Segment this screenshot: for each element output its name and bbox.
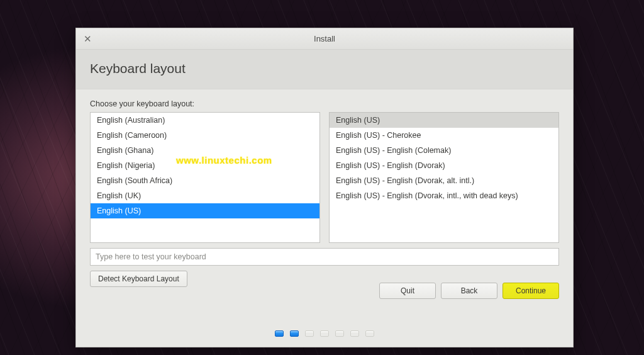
list-item[interactable]: English (UK) xyxy=(91,188,319,203)
nav-buttons: Quit Back Continue xyxy=(379,283,559,299)
progress-dot xyxy=(350,330,359,337)
back-button[interactable]: Back xyxy=(441,283,497,299)
list-item[interactable]: English (South Africa) xyxy=(91,173,319,188)
language-listbox[interactable]: English (Australian)English (Cameroon)En… xyxy=(90,112,320,243)
prompt-label: Choose your keyboard layout: xyxy=(90,99,559,108)
list-item[interactable]: English (Nigeria) xyxy=(91,158,319,173)
continue-button[interactable]: Continue xyxy=(502,283,559,299)
list-item[interactable]: English (Cameroon) xyxy=(91,128,319,143)
detect-keyboard-button[interactable]: Detect Keyboard Layout xyxy=(90,271,187,287)
close-icon[interactable]: ✕ xyxy=(82,34,92,44)
list-item[interactable]: English (US) - English (Dvorak, alt. int… xyxy=(330,173,558,188)
quit-button[interactable]: Quit xyxy=(379,283,436,299)
list-item[interactable]: English (US) xyxy=(91,203,319,218)
progress-dot xyxy=(320,330,329,337)
titlebar: ✕ Install xyxy=(76,28,573,50)
keyboard-test-input[interactable] xyxy=(90,248,559,266)
installer-window: ✕ Install Keyboard layout Choose your ke… xyxy=(75,28,574,347)
content-area: Choose your keyboard layout: English (Au… xyxy=(76,89,573,347)
variant-listbox[interactable]: English (US)English (US) - CherokeeEngli… xyxy=(329,112,559,243)
heading-bar: Keyboard layout xyxy=(76,50,573,89)
list-item[interactable]: English (US) - English (Colemak) xyxy=(330,143,558,158)
progress-dot xyxy=(305,330,314,337)
progress-dot xyxy=(335,330,344,337)
list-item[interactable]: English (US) - English (Dvorak, intl., w… xyxy=(330,188,558,203)
list-item[interactable]: English (Ghana) xyxy=(91,143,319,158)
progress-dot xyxy=(365,330,374,337)
list-item[interactable]: English (US) xyxy=(330,113,558,128)
list-item[interactable]: English (Australian) xyxy=(91,113,319,128)
list-item[interactable]: English (US) - Cherokee xyxy=(330,128,558,143)
page-heading: Keyboard layout xyxy=(90,61,559,76)
layout-lists: English (Australian)English (Cameroon)En… xyxy=(90,112,559,243)
progress-dot xyxy=(290,330,299,337)
progress-dot xyxy=(275,330,284,337)
window-title: Install xyxy=(76,34,573,43)
list-item[interactable]: English (US) - English (Dvorak) xyxy=(330,158,558,173)
progress-indicator xyxy=(275,330,374,337)
